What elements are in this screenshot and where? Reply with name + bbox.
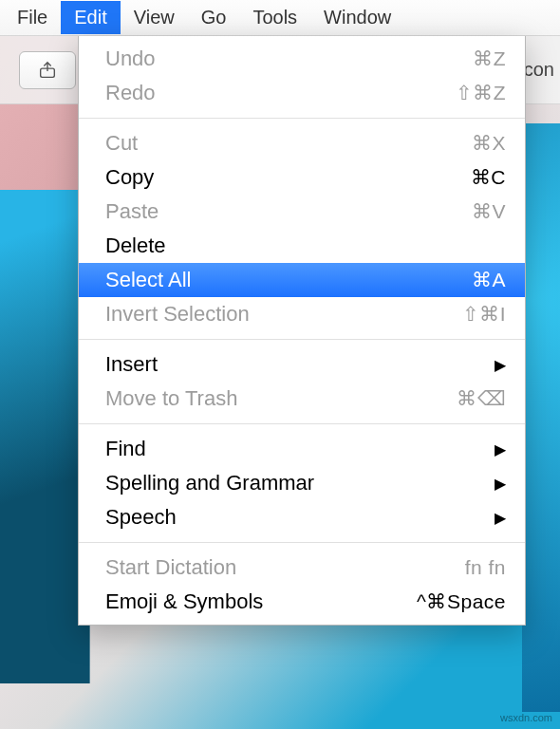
menu-delete[interactable]: Delete [79,229,525,263]
menu-item-label: Speech [105,505,495,530]
menu-item-label: Move to Trash [105,386,457,411]
menu-separator [79,339,525,340]
menu-bar: File Edit View Go Tools Window [0,0,560,36]
menu-item-label: Undo [105,47,473,71]
share-button[interactable] [19,51,76,89]
menu-view[interactable]: View [121,1,188,34]
watermark: wsxdn.com [500,712,552,723]
menu-item-shortcut: ⌘Z [473,47,506,70]
menu-cut[interactable]: Cut ⌘X [79,126,525,160]
menu-go[interactable]: Go [188,1,240,34]
edit-dropdown: Undo ⌘Z Redo ⇧⌘Z Cut ⌘X Copy ⌘C Paste ⌘V… [78,36,526,626]
submenu-arrow-icon: ▶ [495,440,506,458]
menu-item-label: Spelling and Grammar [105,471,495,495]
menu-undo[interactable]: Undo ⌘Z [79,42,525,76]
menu-item-label: Redo [105,81,456,105]
submenu-arrow-icon: ▶ [495,356,506,374]
menu-item-shortcut: ⇧⌘Z [456,82,506,104]
submenu-arrow-icon: ▶ [495,475,506,493]
menu-insert[interactable]: Insert ▶ [79,347,525,382]
share-icon [37,60,58,81]
menu-item-label: Start Dictation [105,555,465,580]
menu-item-label: Emoji & Symbols [105,589,417,614]
menu-select-all[interactable]: Select All ⌘A [79,263,525,297]
menu-find[interactable]: Find ▶ [79,432,525,466]
menu-item-label: Copy [105,165,471,190]
menu-item-shortcut: fn fn [465,556,506,579]
menu-item-shortcut: ⌘X [472,132,506,155]
menu-item-shortcut: ⌘A [472,269,506,291]
menu-separator [79,542,525,543]
menu-item-label: Select All [105,268,472,292]
menu-redo[interactable]: Redo ⇧⌘Z [79,76,525,110]
menu-item-shortcut: ⌘C [471,166,506,189]
toolbar-right-hint: con [524,59,560,81]
menu-emoji-symbols[interactable]: Emoji & Symbols ^⌘Space [79,585,525,619]
menu-window[interactable]: Window [310,1,404,34]
menu-item-label: Insert [105,352,495,377]
menu-file[interactable]: File [4,1,61,34]
menu-item-shortcut: ⌘⌫ [457,387,506,410]
menu-tools[interactable]: Tools [239,1,310,34]
submenu-arrow-icon: ▶ [495,509,506,527]
menu-separator [79,423,525,424]
menu-item-shortcut: ⌘V [472,200,506,223]
menu-item-label: Find [105,437,495,461]
menu-invert-selection[interactable]: Invert Selection ⇧⌘I [79,297,525,331]
menu-item-label: Cut [105,131,472,156]
menu-start-dictation[interactable]: Start Dictation fn fn [79,551,525,585]
menu-item-shortcut: ⇧⌘I [462,303,506,326]
menu-item-label: Delete [105,234,506,258]
menu-edit[interactable]: Edit [61,1,120,34]
menu-item-label: Paste [105,199,472,224]
menu-move-to-trash[interactable]: Move to Trash ⌘⌫ [79,382,525,416]
menu-separator [79,118,525,119]
menu-speech[interactable]: Speech ▶ [79,500,525,534]
menu-copy[interactable]: Copy ⌘C [79,160,525,195]
menu-item-label: Invert Selection [105,302,462,327]
menu-spelling-grammar[interactable]: Spelling and Grammar ▶ [79,466,525,500]
menu-item-shortcut: ^⌘Space [417,590,506,613]
menu-paste[interactable]: Paste ⌘V [79,195,525,229]
